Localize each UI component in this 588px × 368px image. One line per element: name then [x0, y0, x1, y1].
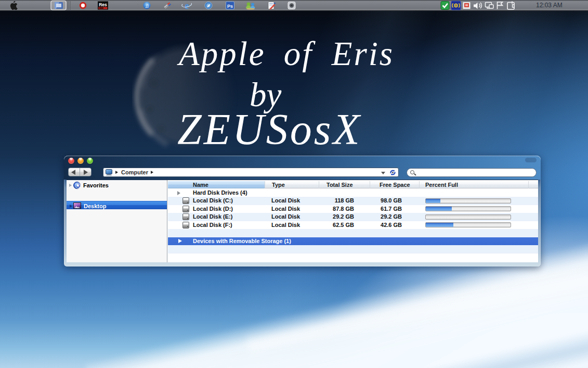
svg-text:Res: Res	[99, 2, 107, 7]
svg-text:Ps: Ps	[227, 4, 233, 9]
svg-text:♫: ♫	[145, 3, 149, 9]
svg-text:e: e	[185, 1, 189, 11]
